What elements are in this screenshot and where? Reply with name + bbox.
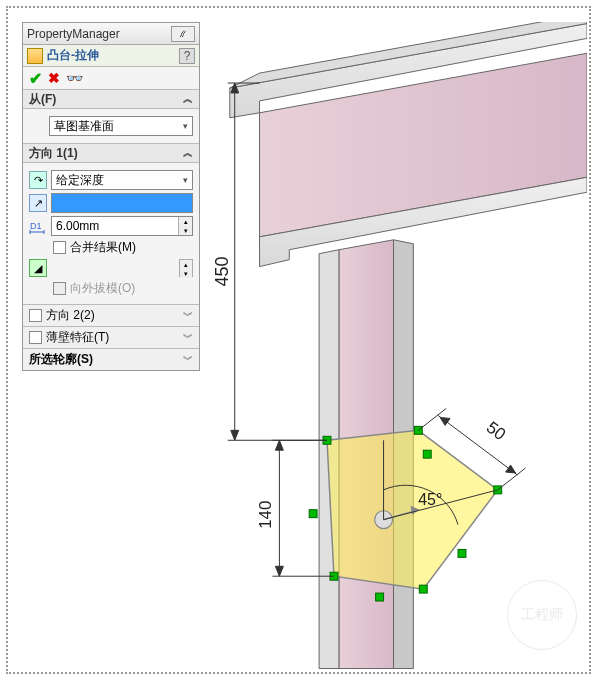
pm-header: PropertyManager ⫽ <box>23 23 199 45</box>
dir1-section-body: ↷ 给定深度 ▾ ↗ D1 6.00mm ▴▾ 合并结果(M) ◢ <box>23 163 199 304</box>
end-condition-select[interactable]: 给定深度 ▾ <box>51 170 193 190</box>
viewport-3d[interactable]: 450 140 50 45° <box>200 22 587 670</box>
svg-rect-12 <box>419 585 427 593</box>
extrude-icon <box>27 48 43 64</box>
preview-button[interactable]: 👓 <box>66 70 83 86</box>
distance-spinner[interactable]: ▴▾ <box>178 217 192 235</box>
thin-checkbox[interactable] <box>29 331 42 344</box>
svg-marker-29 <box>275 440 283 450</box>
pin-icon[interactable]: ⫽ <box>171 26 195 42</box>
dir2-section[interactable]: 方向 2(2) ︾ <box>23 304 199 326</box>
help-icon[interactable]: ? <box>179 48 195 64</box>
draft-spinner[interactable]: ▴▾ <box>179 259 193 277</box>
contours-label: 所选轮廓(S) <box>29 351 179 368</box>
merge-checkbox-row[interactable]: 合并结果(M) <box>53 239 193 256</box>
distance-input[interactable]: 6.00mm ▴▾ <box>51 216 193 236</box>
draft-outward-label: 向外拔模(O) <box>70 280 135 297</box>
chevron-down-icon: ▾ <box>183 175 188 185</box>
svg-marker-35 <box>506 465 516 473</box>
contours-section[interactable]: 所选轮廓(S) ︾ <box>23 348 199 370</box>
thin-section[interactable]: 薄壁特征(T) ︾ <box>23 326 199 348</box>
feature-title-row: 凸台-拉伸 ? <box>23 45 199 67</box>
draft-outward-checkbox <box>53 282 66 295</box>
from-value: 草图基准面 <box>54 118 114 135</box>
from-section-body: 草图基准面 ▾ <box>23 109 199 143</box>
svg-marker-34 <box>440 417 450 425</box>
pm-title: PropertyManager <box>27 27 120 41</box>
chevron-down-icon: ︾ <box>183 353 193 367</box>
direction-vector-icon[interactable]: ↗ <box>29 194 47 212</box>
from-select[interactable]: 草图基准面 ▾ <box>49 116 193 136</box>
thin-label: 薄壁特征(T) <box>46 329 179 346</box>
from-section-head[interactable]: 从(F) ︽ <box>23 89 199 109</box>
dir2-checkbox[interactable] <box>29 309 42 322</box>
depth-input[interactable] <box>51 193 193 213</box>
ok-button[interactable]: ✔ <box>29 69 42 88</box>
dim-140: 140 <box>256 501 275 529</box>
svg-text:D1: D1 <box>30 221 42 231</box>
watermark: 工程师 <box>507 580 577 650</box>
draft-outward-row: 向外拔模(O) <box>53 280 193 297</box>
dim-450: 450 <box>212 257 232 287</box>
draft-icon[interactable]: ◢ <box>29 259 47 277</box>
distance-icon: D1 <box>29 217 47 235</box>
reverse-direction-icon[interactable]: ↷ <box>29 171 47 189</box>
dim-50: 50 <box>483 418 509 444</box>
action-row: ✔ ✖ 👓 <box>23 67 199 89</box>
distance-value: 6.00mm <box>52 219 178 233</box>
merge-checkbox[interactable] <box>53 241 66 254</box>
svg-marker-25 <box>231 430 239 440</box>
svg-rect-17 <box>458 549 466 557</box>
dir1-section-head[interactable]: 方向 1(1) ︽ <box>23 143 199 163</box>
property-manager-panel: PropertyManager ⫽ 凸台-拉伸 ? ✔ ✖ 👓 从(F) ︽ 草… <box>22 22 200 371</box>
end-condition-value: 给定深度 <box>56 172 104 189</box>
dim-angle: 45° <box>418 491 442 508</box>
cancel-button[interactable]: ✖ <box>48 70 60 86</box>
dir2-label: 方向 2(2) <box>46 307 179 324</box>
chevron-up-icon: ︽ <box>183 92 193 106</box>
chevron-up-icon: ︽ <box>183 146 193 160</box>
svg-rect-16 <box>309 510 317 518</box>
chevron-down-icon: ︾ <box>183 309 193 323</box>
from-label: 从(F) <box>29 91 56 108</box>
chevron-down-icon: ▾ <box>183 121 188 131</box>
svg-marker-30 <box>275 566 283 576</box>
svg-rect-14 <box>376 593 384 601</box>
feature-name: 凸台-拉伸 <box>47 47 179 64</box>
svg-rect-15 <box>423 450 431 458</box>
dir1-label: 方向 1(1) <box>29 145 78 162</box>
merge-label: 合并结果(M) <box>70 239 136 256</box>
chevron-down-icon: ︾ <box>183 331 193 345</box>
